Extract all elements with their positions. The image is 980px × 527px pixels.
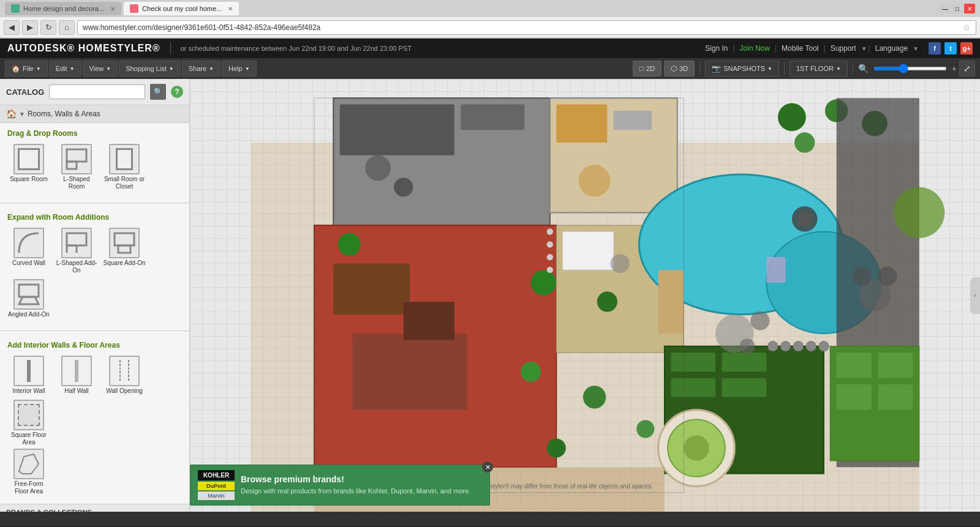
language-link[interactable]: Language xyxy=(872,44,911,53)
svg-point-62 xyxy=(636,420,654,438)
app-logo: AUTODESK® HOMESTYLER® xyxy=(7,43,160,54)
window-close[interactable]: ✕ xyxy=(964,4,975,13)
tab-1[interactable]: Home design and decora... ✕ xyxy=(5,2,121,15)
catalog-search-input[interactable] xyxy=(49,84,145,99)
mobile-tool-link[interactable]: Mobile Tool xyxy=(778,44,822,53)
facebook-icon[interactable]: f xyxy=(929,42,941,54)
twitter-icon[interactable]: t xyxy=(944,42,957,54)
svg-point-60 xyxy=(583,386,606,408)
angled-addon-icon xyxy=(13,279,44,310)
svg-rect-8 xyxy=(19,285,39,297)
angled-addon-item[interactable]: Angled Add-On xyxy=(7,279,50,318)
address-bar[interactable]: www.homestyler.com/designer/9361e601-0f5… xyxy=(77,20,976,35)
address-text: www.homestyler.com/designer/9361e601-0f5… xyxy=(83,23,320,32)
ad-close-button[interactable]: ✕ xyxy=(482,462,493,473)
wall-opening-item[interactable]: Wall Opening xyxy=(103,356,146,395)
svg-rect-6 xyxy=(115,233,134,245)
svg-point-70 xyxy=(878,267,897,286)
l-shaped-room-icon xyxy=(61,144,92,174)
square-addon-item[interactable]: Square Add-On xyxy=(103,228,146,274)
svg-point-77 xyxy=(894,187,944,238)
ad-banner: ✕ KOHLER DuPont Marvin Browse premium br… xyxy=(190,465,490,506)
snapshots-button[interactable]: 📷 SNAPSHOTS ▼ xyxy=(705,61,779,77)
catalog-help-button[interactable]: ? xyxy=(171,86,183,98)
breadcrumb-home-icon[interactable]: 🏠 xyxy=(6,109,17,119)
view-2d-button[interactable]: □ 2D xyxy=(633,61,662,77)
support-link[interactable]: Support xyxy=(827,44,860,53)
square-addon-label: Square Add-On xyxy=(104,260,146,267)
svg-rect-2 xyxy=(67,233,86,245)
svg-point-65 xyxy=(547,254,553,260)
small-room-item[interactable]: Small Room or Closet xyxy=(103,144,146,190)
share-menu[interactable]: Share ▼ xyxy=(182,61,221,77)
svg-point-37 xyxy=(778,103,806,132)
room-additions-grid: Curved Wall L-Shaped Add-On xyxy=(7,228,182,318)
l-shaped-addon-label: L-Shaped Add-On xyxy=(55,260,98,274)
tab-2[interactable]: Check out my cool home... ✕ xyxy=(124,2,239,15)
interior-wall-item[interactable]: Interior Wall xyxy=(7,356,50,395)
edit-menu[interactable]: Edit ▼ xyxy=(49,61,81,77)
marvin-logo: Marvin xyxy=(198,491,235,500)
back-button[interactable]: ◀ xyxy=(4,20,20,35)
tab-2-label: Check out my cool home... xyxy=(142,5,222,12)
floor-selector[interactable]: 1ST FLOOR ▼ xyxy=(790,61,848,77)
catalog-search-button[interactable]: 🔍 xyxy=(150,84,166,100)
half-wall-item[interactable]: Half Wall xyxy=(55,356,98,395)
svg-rect-25 xyxy=(333,264,410,315)
tab-2-close[interactable]: ✕ xyxy=(228,6,233,12)
freeform-floor-icon xyxy=(13,449,44,479)
curved-wall-item[interactable]: Curved Wall xyxy=(7,228,50,274)
interior-wall-icon xyxy=(13,356,44,386)
catalog-header: CATALOG 🔍 ? xyxy=(0,79,189,105)
zoom-slider[interactable] xyxy=(873,67,947,70)
window-maximize[interactable]: □ xyxy=(952,4,963,13)
curved-wall-label: Curved Wall xyxy=(12,260,45,267)
svg-point-49 xyxy=(684,435,709,461)
window-minimize[interactable]: — xyxy=(940,4,951,13)
file-label: File xyxy=(23,65,34,72)
right-scroll-indicator[interactable]: › xyxy=(970,277,980,314)
tab-1-close[interactable]: ✕ xyxy=(110,6,115,12)
half-wall-icon xyxy=(61,356,92,386)
view-menu[interactable]: View ▼ xyxy=(83,61,118,77)
google-plus-icon[interactable]: g+ xyxy=(960,42,973,54)
svg-point-76 xyxy=(819,341,829,351)
canvas-background: 0 8'0" 16'0" 24'0" 32'0" and other featu… xyxy=(190,79,980,512)
help-menu[interactable]: Help ▼ xyxy=(222,61,257,77)
home-button[interactable]: ⌂ xyxy=(59,20,75,35)
interior-wall-label: Interior Wall xyxy=(13,387,45,395)
svg-rect-78 xyxy=(766,257,785,283)
svg-point-17 xyxy=(365,155,391,181)
canvas-area[interactable]: 0 8'0" 16'0" 24'0" 32'0" and other featu… xyxy=(190,79,980,512)
l-shaped-addon-item[interactable]: L-Shaped Add-On xyxy=(55,228,98,274)
angled-addon-label: Angled Add-On xyxy=(8,311,50,318)
svg-rect-32 xyxy=(563,232,614,270)
floor-plan-svg[interactable] xyxy=(190,79,980,512)
fullscreen-button[interactable]: ⤢ xyxy=(959,61,975,77)
interior-walls-title: Add Interior Walls & Floor Areas xyxy=(7,341,182,349)
half-wall-label: Half Wall xyxy=(64,387,89,395)
refresh-button[interactable]: ↻ xyxy=(40,20,56,35)
freeform-floor-item[interactable]: Free-Form Floor Area xyxy=(7,449,50,495)
view-3d-button[interactable]: ⬡ 3D xyxy=(664,61,695,77)
shopping-list-menu[interactable]: Shopping List ▼ xyxy=(119,61,181,77)
l-shaped-room-item[interactable]: L-Shaped Room xyxy=(55,144,98,190)
sq-floor-item[interactable]: Square Floor Area xyxy=(7,400,50,446)
zoom-out-icon[interactable]: 🔍 xyxy=(858,64,869,73)
zoom-in-icon[interactable]: + xyxy=(952,64,957,73)
sign-in-link[interactable]: Sign In xyxy=(701,44,731,53)
join-now-link[interactable]: Join Now xyxy=(736,44,774,53)
small-room-icon xyxy=(109,144,140,174)
forward-button[interactable]: ▶ xyxy=(22,20,38,35)
svg-point-63 xyxy=(547,228,553,234)
svg-point-64 xyxy=(547,241,553,247)
brands-title: BRANDS & COLLECTIONS xyxy=(6,509,92,512)
curved-wall-icon xyxy=(13,228,44,258)
svg-rect-7 xyxy=(118,245,130,253)
svg-rect-54 xyxy=(878,384,913,410)
sq-floor-label: Square Floor Area xyxy=(7,432,50,446)
svg-point-28 xyxy=(338,233,361,256)
interior-walls-section: Add Interior Walls & Floor Areas Interio… xyxy=(0,335,189,504)
file-menu[interactable]: 🏠 File ▼ xyxy=(5,61,48,77)
square-room-item[interactable]: Square Room xyxy=(7,144,50,190)
